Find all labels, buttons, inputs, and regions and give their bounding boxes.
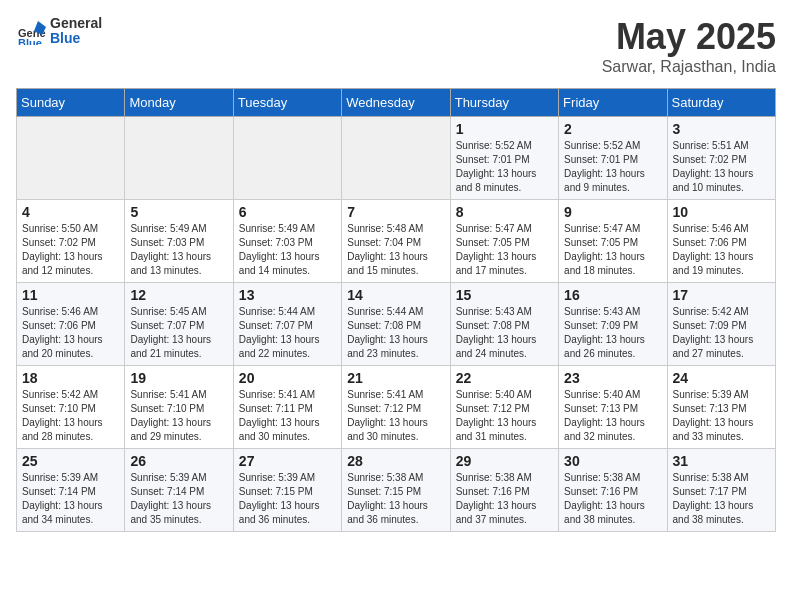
day-info: Sunrise: 5:42 AM Sunset: 7:09 PM Dayligh… [673,305,770,361]
day-number: 29 [456,453,553,469]
logo: General Blue General Blue [16,16,102,47]
calendar-cell: 18Sunrise: 5:42 AM Sunset: 7:10 PM Dayli… [17,366,125,449]
day-info: Sunrise: 5:51 AM Sunset: 7:02 PM Dayligh… [673,139,770,195]
day-number: 2 [564,121,661,137]
calendar-title: May 2025 [602,16,776,58]
day-info: Sunrise: 5:41 AM Sunset: 7:12 PM Dayligh… [347,388,444,444]
calendar-table: SundayMondayTuesdayWednesdayThursdayFrid… [16,88,776,532]
weekday-header: Tuesday [233,89,341,117]
day-number: 30 [564,453,661,469]
day-number: 8 [456,204,553,220]
day-info: Sunrise: 5:52 AM Sunset: 7:01 PM Dayligh… [456,139,553,195]
day-info: Sunrise: 5:40 AM Sunset: 7:13 PM Dayligh… [564,388,661,444]
day-number: 15 [456,287,553,303]
calendar-cell: 19Sunrise: 5:41 AM Sunset: 7:10 PM Dayli… [125,366,233,449]
calendar-cell: 17Sunrise: 5:42 AM Sunset: 7:09 PM Dayli… [667,283,775,366]
day-number: 27 [239,453,336,469]
weekday-header: Monday [125,89,233,117]
weekday-header: Wednesday [342,89,450,117]
day-info: Sunrise: 5:50 AM Sunset: 7:02 PM Dayligh… [22,222,119,278]
calendar-cell: 10Sunrise: 5:46 AM Sunset: 7:06 PM Dayli… [667,200,775,283]
day-number: 18 [22,370,119,386]
calendar-cell: 16Sunrise: 5:43 AM Sunset: 7:09 PM Dayli… [559,283,667,366]
day-number: 20 [239,370,336,386]
calendar-cell: 14Sunrise: 5:44 AM Sunset: 7:08 PM Dayli… [342,283,450,366]
calendar-cell: 11Sunrise: 5:46 AM Sunset: 7:06 PM Dayli… [17,283,125,366]
day-info: Sunrise: 5:46 AM Sunset: 7:06 PM Dayligh… [22,305,119,361]
day-info: Sunrise: 5:42 AM Sunset: 7:10 PM Dayligh… [22,388,119,444]
day-info: Sunrise: 5:45 AM Sunset: 7:07 PM Dayligh… [130,305,227,361]
day-number: 9 [564,204,661,220]
day-number: 24 [673,370,770,386]
day-info: Sunrise: 5:41 AM Sunset: 7:11 PM Dayligh… [239,388,336,444]
day-number: 1 [456,121,553,137]
calendar-subtitle: Sarwar, Rajasthan, India [602,58,776,76]
calendar-cell: 2Sunrise: 5:52 AM Sunset: 7:01 PM Daylig… [559,117,667,200]
day-number: 21 [347,370,444,386]
day-info: Sunrise: 5:40 AM Sunset: 7:12 PM Dayligh… [456,388,553,444]
calendar-cell: 7Sunrise: 5:48 AM Sunset: 7:04 PM Daylig… [342,200,450,283]
calendar-cell: 23Sunrise: 5:40 AM Sunset: 7:13 PM Dayli… [559,366,667,449]
day-number: 25 [22,453,119,469]
title-area: May 2025 Sarwar, Rajasthan, India [602,16,776,76]
day-info: Sunrise: 5:38 AM Sunset: 7:16 PM Dayligh… [456,471,553,527]
calendar-cell: 6Sunrise: 5:49 AM Sunset: 7:03 PM Daylig… [233,200,341,283]
calendar-cell: 29Sunrise: 5:38 AM Sunset: 7:16 PM Dayli… [450,449,558,532]
day-info: Sunrise: 5:47 AM Sunset: 7:05 PM Dayligh… [564,222,661,278]
logo-blue-text: Blue [50,30,80,46]
day-number: 4 [22,204,119,220]
day-number: 6 [239,204,336,220]
weekday-header: Saturday [667,89,775,117]
calendar-cell: 15Sunrise: 5:43 AM Sunset: 7:08 PM Dayli… [450,283,558,366]
day-number: 5 [130,204,227,220]
day-number: 14 [347,287,444,303]
calendar-cell [342,117,450,200]
page-header: General Blue General Blue May 2025 Sarwa… [16,16,776,76]
day-info: Sunrise: 5:49 AM Sunset: 7:03 PM Dayligh… [239,222,336,278]
calendar-cell: 1Sunrise: 5:52 AM Sunset: 7:01 PM Daylig… [450,117,558,200]
day-info: Sunrise: 5:44 AM Sunset: 7:07 PM Dayligh… [239,305,336,361]
calendar-cell: 22Sunrise: 5:40 AM Sunset: 7:12 PM Dayli… [450,366,558,449]
day-info: Sunrise: 5:47 AM Sunset: 7:05 PM Dayligh… [456,222,553,278]
calendar-cell: 31Sunrise: 5:38 AM Sunset: 7:17 PM Dayli… [667,449,775,532]
day-info: Sunrise: 5:41 AM Sunset: 7:10 PM Dayligh… [130,388,227,444]
calendar-cell: 3Sunrise: 5:51 AM Sunset: 7:02 PM Daylig… [667,117,775,200]
day-info: Sunrise: 5:39 AM Sunset: 7:14 PM Dayligh… [22,471,119,527]
day-info: Sunrise: 5:38 AM Sunset: 7:17 PM Dayligh… [673,471,770,527]
weekday-header: Thursday [450,89,558,117]
calendar-cell: 20Sunrise: 5:41 AM Sunset: 7:11 PM Dayli… [233,366,341,449]
day-number: 3 [673,121,770,137]
day-number: 31 [673,453,770,469]
day-number: 13 [239,287,336,303]
logo-general-text: General [50,15,102,31]
day-number: 19 [130,370,227,386]
day-info: Sunrise: 5:44 AM Sunset: 7:08 PM Dayligh… [347,305,444,361]
day-number: 7 [347,204,444,220]
day-info: Sunrise: 5:39 AM Sunset: 7:13 PM Dayligh… [673,388,770,444]
day-info: Sunrise: 5:46 AM Sunset: 7:06 PM Dayligh… [673,222,770,278]
day-info: Sunrise: 5:43 AM Sunset: 7:09 PM Dayligh… [564,305,661,361]
calendar-cell: 21Sunrise: 5:41 AM Sunset: 7:12 PM Dayli… [342,366,450,449]
weekday-header: Sunday [17,89,125,117]
day-number: 22 [456,370,553,386]
day-number: 26 [130,453,227,469]
day-info: Sunrise: 5:39 AM Sunset: 7:15 PM Dayligh… [239,471,336,527]
calendar-cell: 25Sunrise: 5:39 AM Sunset: 7:14 PM Dayli… [17,449,125,532]
calendar-cell: 28Sunrise: 5:38 AM Sunset: 7:15 PM Dayli… [342,449,450,532]
day-info: Sunrise: 5:38 AM Sunset: 7:16 PM Dayligh… [564,471,661,527]
day-number: 10 [673,204,770,220]
calendar-cell [233,117,341,200]
day-info: Sunrise: 5:49 AM Sunset: 7:03 PM Dayligh… [130,222,227,278]
day-number: 12 [130,287,227,303]
day-number: 23 [564,370,661,386]
calendar-cell: 13Sunrise: 5:44 AM Sunset: 7:07 PM Dayli… [233,283,341,366]
logo-icon: General Blue [18,17,46,45]
calendar-cell: 26Sunrise: 5:39 AM Sunset: 7:14 PM Dayli… [125,449,233,532]
calendar-cell: 12Sunrise: 5:45 AM Sunset: 7:07 PM Dayli… [125,283,233,366]
day-info: Sunrise: 5:38 AM Sunset: 7:15 PM Dayligh… [347,471,444,527]
day-number: 16 [564,287,661,303]
calendar-cell: 24Sunrise: 5:39 AM Sunset: 7:13 PM Dayli… [667,366,775,449]
day-number: 17 [673,287,770,303]
calendar-cell: 8Sunrise: 5:47 AM Sunset: 7:05 PM Daylig… [450,200,558,283]
calendar-cell: 30Sunrise: 5:38 AM Sunset: 7:16 PM Dayli… [559,449,667,532]
